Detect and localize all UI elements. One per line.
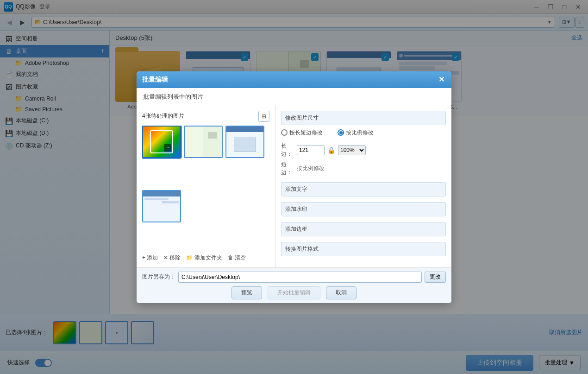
resize-options: 按长短边修改 按比例修改 — [281, 127, 446, 139]
add-watermark-title[interactable]: 添加水印 — [281, 202, 446, 216]
clear-button[interactable]: 🗑 清空 — [228, 254, 246, 262]
add-text-section: 添加文字 — [281, 182, 446, 197]
batch-label: 批量编辑列表中的图片 — [143, 93, 203, 100]
modal-thumb-4-preview — [143, 191, 180, 222]
radio-long-edge-circle — [281, 129, 288, 136]
resize-title[interactable]: 修改图片尺寸 — [281, 111, 446, 125]
modal-thumb-1-preview: → — [143, 127, 180, 157]
convert-format-title[interactable]: 转换图片格式 — [281, 242, 446, 256]
radio-long-edge-label: 按长短边修改 — [289, 129, 323, 137]
clear-label: 清空 — [235, 254, 246, 262]
radio-long-edge[interactable]: 按长短边修改 — [281, 129, 323, 137]
add-folder-icon: 📁 — [186, 254, 193, 261]
lock-icon: 🔒 — [327, 146, 335, 154]
modal-thumb-3-preview — [226, 127, 263, 157]
add-folder-label: 添加文件夹 — [194, 254, 222, 262]
footer-buttons: 预览 开始批量编辑 取消 — [142, 286, 446, 299]
preview-button[interactable]: 预览 — [231, 286, 262, 299]
modal-thumb-2-preview — [185, 127, 222, 157]
change-path-button[interactable]: 更改 — [425, 272, 446, 283]
radio-proportion-circle — [338, 129, 344, 136]
add-border-section: 添加边框 — [281, 222, 446, 236]
modal-left-panel: 4张待处理的图片 ⊞ → — [137, 105, 275, 267]
modal-footer: 图片另存为： 更改 预览 开始批量编辑 取消 — [137, 267, 451, 303]
long-edge-label: 长边： — [281, 142, 294, 158]
modal-thumb-2[interactable] — [184, 126, 223, 158]
add-icon: + — [142, 254, 145, 261]
resize-section: 修改图片尺寸 按长短边修改 按比例修改 — [281, 111, 446, 177]
short-edge-row: 短边： 按比例修改 — [281, 161, 446, 177]
radio-proportion-label: 按比例修改 — [346, 129, 374, 137]
modal-thumb-4[interactable] — [142, 190, 181, 222]
images-count-label: 4张待处理的图片 — [142, 112, 184, 120]
save-path-row: 图片另存为： 更改 — [142, 272, 446, 283]
add-image-button[interactable]: + 添加 — [142, 254, 158, 262]
modal-close-button[interactable]: ✕ — [437, 75, 446, 84]
add-watermark-section: 添加水印 — [281, 202, 446, 216]
radio-proportion-dot — [339, 131, 343, 134]
modal-body: 4张待处理的图片 ⊞ → — [137, 105, 451, 267]
add-border-title[interactable]: 添加边框 — [281, 222, 446, 236]
modal-thumbs-grid: → — [142, 126, 269, 250]
modal-title: 批量编辑 — [142, 76, 168, 84]
save-path-input[interactable] — [178, 272, 422, 283]
modal-view-icon[interactable]: ⊞ — [258, 111, 269, 122]
modal-right-panel: 修改图片尺寸 按长短边修改 按比例修改 — [275, 105, 451, 267]
cancel-button[interactable]: 取消 — [326, 286, 357, 299]
remove-image-button[interactable]: ✕ 移除 — [163, 254, 181, 262]
start-batch-button[interactable]: 开始批量编辑 — [268, 286, 320, 299]
short-edge-label: 短边： — [281, 161, 294, 177]
modal-header: 批量编辑 ✕ — [137, 71, 451, 88]
add-label: 添加 — [147, 254, 158, 262]
long-edge-row: 长边： 🔒 100% 50% 75% 200% — [281, 142, 446, 158]
modal-actions: + 添加 ✕ 移除 📁 添加文件夹 🗑 清空 — [142, 254, 269, 262]
add-folder-button[interactable]: 📁 添加文件夹 — [186, 254, 222, 262]
convert-format-section: 转换图片格式 — [281, 242, 446, 256]
remove-icon: ✕ — [163, 254, 168, 261]
modal-overlay: 批量编辑 ✕ 批量编辑列表中的图片 4张待处理的图片 ⊞ → — [0, 0, 588, 374]
images-count-bar: 4张待处理的图片 ⊞ — [142, 111, 269, 122]
radio-proportion[interactable]: 按比例修改 — [338, 129, 374, 137]
remove-label: 移除 — [169, 254, 181, 262]
clear-icon: 🗑 — [228, 254, 233, 261]
modal-thumb-1[interactable]: → — [142, 126, 181, 158]
save-path-label: 图片另存为： — [142, 273, 175, 281]
modal-thumb-3[interactable] — [225, 126, 264, 158]
short-edge-desc: 按比例修改 — [297, 165, 325, 172]
add-text-title[interactable]: 添加文字 — [281, 182, 446, 197]
long-edge-input[interactable] — [297, 145, 325, 155]
percent-select[interactable]: 100% 50% 75% 200% — [338, 145, 366, 155]
batch-edit-modal: 批量编辑 ✕ 批量编辑列表中的图片 4张待处理的图片 ⊞ → — [137, 71, 451, 303]
